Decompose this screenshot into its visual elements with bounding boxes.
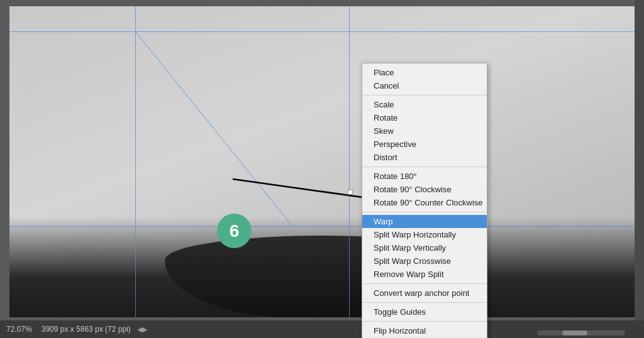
status-arrow-right[interactable]: ▶ — [142, 325, 147, 334]
menu-item-skew[interactable]: Skew — [362, 124, 487, 138]
scrollbar-right[interactable] — [635, 0, 644, 320]
context-menu: Place Cancel Scale Rotate Skew Perspecti… — [362, 63, 487, 338]
guide-line-vertical-right — [349, 6, 350, 317]
status-scrollbar-thumb[interactable] — [562, 330, 587, 335]
menu-item-rotate-180[interactable]: Rotate 180° — [362, 170, 487, 183]
guide-line-horizontal-top — [9, 31, 635, 32]
menu-section-warp: Warp Split Warp Horizontally Split Warp … — [362, 212, 487, 284]
menu-section-transform: Scale Rotate Skew Perspective Distort — [362, 95, 487, 167]
menu-item-convert-anchor[interactable]: Convert warp anchor point — [362, 286, 487, 300]
menu-item-remove-warp-split[interactable]: Remove Warp Split — [362, 268, 487, 281]
menu-section-place: Place Cancel — [362, 63, 487, 95]
menu-item-distort[interactable]: Distort — [362, 151, 487, 164]
canvas-area: 6 — [0, 0, 644, 320]
menu-item-split-warp-h[interactable]: Split Warp Horizontally — [362, 228, 487, 241]
menu-section-flip: Flip Horizontal Flip Vertical — [362, 322, 487, 338]
status-zoom: 72.07% — [6, 325, 32, 334]
status-arrow-left[interactable]: ◀ — [137, 325, 142, 334]
menu-section-guides: Toggle Guides — [362, 303, 487, 322]
menu-item-rotate-90-cw[interactable]: Rotate 90° Clockwise — [362, 183, 487, 196]
menu-item-cancel[interactable]: Cancel — [362, 79, 487, 92]
menu-item-flip-h[interactable]: Flip Horizontal — [362, 324, 487, 337]
step-number: 6 — [230, 221, 240, 241]
menu-item-rotate[interactable]: Rotate — [362, 111, 487, 124]
menu-item-scale[interactable]: Scale — [362, 98, 487, 111]
menu-item-rotate-90-ccw[interactable]: Rotate 90° Counter Clockwise — [362, 196, 487, 209]
guide-line-vertical-left — [135, 6, 136, 317]
menu-section-rotate: Rotate 180° Rotate 90° Clockwise Rotate … — [362, 167, 487, 212]
menu-item-perspective[interactable]: Perspective — [362, 138, 487, 151]
menu-item-warp[interactable]: Warp — [362, 215, 487, 228]
transform-handle[interactable] — [348, 190, 353, 195]
menu-item-split-warp-v[interactable]: Split Warp Vertically — [362, 241, 487, 254]
menu-item-toggle-guides[interactable]: Toggle Guides — [362, 305, 487, 319]
menu-item-place[interactable]: Place — [362, 66, 487, 79]
canvas-inner: 6 — [9, 6, 635, 317]
status-scrollbar[interactable] — [537, 330, 625, 335]
status-dimensions: 3909 px x 5863 px (72 ppi) — [42, 325, 131, 334]
menu-item-split-warp-cross[interactable]: Split Warp Crosswise — [362, 254, 487, 268]
step-badge: 6 — [217, 214, 252, 248]
guide-line-horizontal-bottom — [9, 226, 635, 227]
status-bar: 72.07% 3909 px x 5863 px (72 ppi) ◀ ▶ — [0, 320, 644, 338]
menu-section-anchor: Convert warp anchor point — [362, 284, 487, 303]
